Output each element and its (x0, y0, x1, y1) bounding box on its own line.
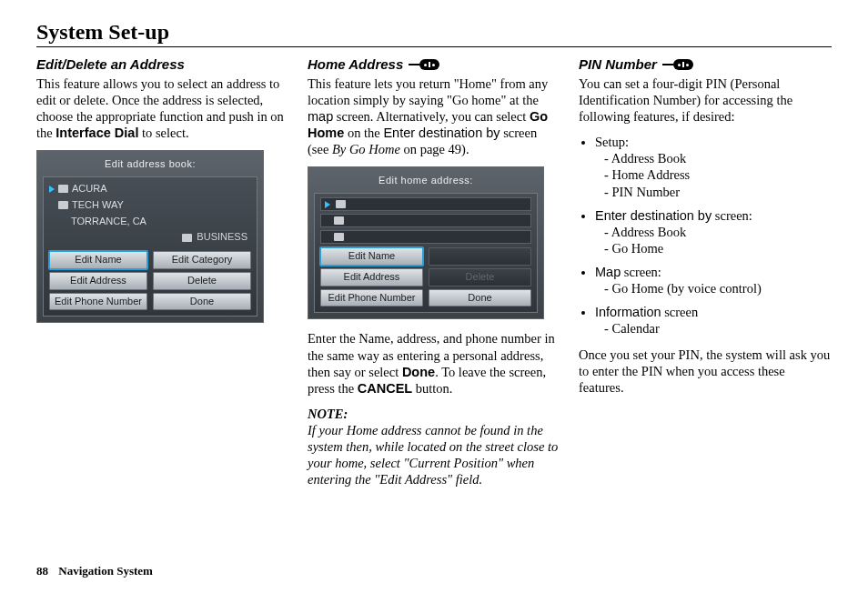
device-screenshot-address-book: Edit address book: ACURA TECH WAY TORRAN… (36, 150, 264, 323)
device-street-value: TECH WAY (72, 199, 124, 212)
heading-edit-delete: Edit/Delete an Address (36, 56, 289, 74)
column-edit-delete: Edit/Delete an Address This feature allo… (36, 56, 289, 488)
device-info-row: ACURA (49, 181, 251, 197)
device-title: Edit address book: (43, 156, 257, 176)
enter-dest-label: Enter destination by (595, 208, 712, 223)
text: on the (344, 126, 383, 140)
home-address-entry: Enter the Name, address, and phone numbe… (308, 330, 560, 397)
edit-address-button[interactable]: Edit Address (320, 268, 423, 286)
delete-button[interactable]: Delete (153, 272, 251, 290)
device-city-value: TORRANCE, CA (71, 216, 146, 228)
sub-list: Go Home (by voice control) (595, 280, 832, 296)
footer-label: Navigation System (58, 564, 153, 578)
device-info-row: TECH WAY (49, 197, 251, 214)
cursor-icon (49, 186, 55, 193)
list-item: Setup: Address Book Home Address PIN Num… (595, 134, 832, 200)
done-label: Done (402, 365, 435, 379)
sub-list: Address Book Home Address PIN Number (595, 150, 832, 199)
edit-phone-button[interactable]: Edit Phone Number (320, 289, 423, 307)
building-icon (334, 216, 344, 225)
device-name-value: ACURA (72, 183, 107, 196)
edit-delete-intro: This feature allows you to select an add… (36, 75, 289, 142)
building-icon (58, 201, 68, 209)
device-screenshot-home-address: Edit home address: Edit Name Edit Addres… (308, 166, 544, 319)
column-pin: PIN Number You can set a four-digit PIN … (579, 56, 832, 488)
voice-icon (662, 59, 693, 70)
delete-button-dim: Delete (429, 268, 531, 286)
text: screen. Alternatively, you can select (333, 109, 530, 124)
device-buttons: Edit Name Edit Address Delete Edit Phone… (320, 247, 531, 307)
by-go-home-ref: By Go Home (332, 142, 400, 156)
interface-dial-label: Interface Dial (56, 126, 138, 140)
sub-list: Address Book Go Home (595, 224, 832, 256)
text: to select. (138, 126, 188, 140)
voice-icon (409, 59, 439, 70)
text: screen: (621, 265, 661, 279)
device-body: ACURA TECH WAY TORRANCE, CA BUSINESS Edi… (43, 176, 257, 317)
map-label: map (308, 109, 333, 124)
edit-name-button[interactable]: Edit Name (320, 247, 423, 266)
list-item: Address Book (604, 224, 832, 240)
device-empty-row (320, 197, 531, 211)
device-empty-row (320, 230, 531, 244)
device-category-value: BUSINESS (197, 231, 247, 242)
text: This feature lets you return "Home" from… (308, 76, 548, 107)
edit-name-button[interactable]: Edit Name (49, 251, 147, 269)
heading-pin: PIN Number (579, 56, 832, 74)
device-buttons: Edit Name Edit Category Edit Address Del… (49, 251, 251, 310)
heading-text: PIN Number (579, 56, 657, 74)
list-item: Address Book (604, 150, 832, 166)
pin-outro: Once you set your PIN, the system will a… (579, 347, 832, 396)
edit-category-button[interactable]: Edit Category (153, 251, 251, 269)
home-address-intro: This feature lets you return "Home" from… (308, 75, 560, 158)
home-icon (58, 185, 68, 193)
pin-feature-list: Setup: Address Book Home Address PIN Num… (579, 134, 832, 337)
enter-dest-label: Enter destination by (383, 126, 500, 140)
device-info-row: TORRANCE, CA (49, 214, 251, 230)
text: button. (412, 381, 452, 396)
map-label: Map (595, 265, 621, 279)
list-item: Calendar (604, 320, 832, 337)
page-title: System Set-up (36, 20, 832, 47)
list-item: Go Home (by voice control) (604, 280, 832, 296)
content-columns: Edit/Delete an Address This feature allo… (36, 56, 832, 488)
list-item: Go Home (604, 240, 832, 256)
sub-list: Calendar (595, 320, 832, 337)
pin-intro: You can set a four-digit PIN (Personal I… (579, 75, 832, 125)
done-button[interactable]: Done (429, 289, 531, 307)
note-heading: NOTE: (308, 406, 560, 422)
list-item: Map screen: Go Home (by voice control) (595, 264, 832, 296)
done-button[interactable]: Done (153, 293, 251, 311)
note-body: If your Home address cannot be found in … (308, 422, 560, 488)
device-empty-row (320, 214, 531, 227)
cancel-label: CANCEL (358, 381, 412, 396)
edit-address-button[interactable]: Edit Address (49, 272, 147, 290)
setup-label: Setup: (595, 135, 629, 149)
heading-home-address: Home Address (308, 56, 560, 74)
column-home-address: Home Address This feature lets you retur… (308, 56, 560, 488)
text: screen: (712, 208, 752, 223)
text: screen (661, 305, 699, 319)
information-label: Information (595, 305, 661, 319)
page-footer: 88 Navigation System (36, 564, 153, 578)
phone-icon (334, 233, 344, 241)
device-category-row: BUSINESS (49, 229, 251, 247)
cursor-icon (325, 201, 330, 208)
device-title: Edit home address: (314, 173, 538, 193)
blank-button (429, 247, 531, 266)
home-icon (336, 200, 346, 208)
list-item: Information screen Calendar (595, 304, 832, 337)
device-body: Edit Name Edit Address Delete Edit Phone… (314, 193, 538, 313)
edit-phone-button[interactable]: Edit Phone Number (49, 293, 147, 311)
heading-text: Home Address (308, 56, 403, 74)
category-icon (182, 234, 192, 242)
list-item: PIN Number (604, 184, 832, 200)
list-item: Home Address (604, 166, 832, 183)
page-number: 88 (36, 564, 48, 578)
text: on page 49). (400, 142, 469, 156)
list-item: Enter destination by screen: Address Boo… (595, 207, 832, 256)
